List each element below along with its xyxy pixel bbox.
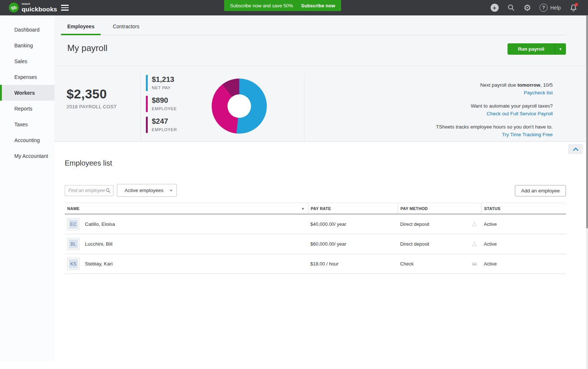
notice-link[interactable]: Check out Full Service Payroll [436,110,553,117]
notice-link[interactable]: Paycheck list [436,89,553,97]
scrollbar-thumb[interactable] [586,15,588,228]
column-header-name[interactable]: NAME ▲ [65,203,308,214]
help-button[interactable]: ? Help [539,4,561,12]
chevron-up-icon [573,148,578,151]
payroll-total: $2,350 2018 PAYROLL COST [67,87,117,109]
quickbooks-wordmark: quickbooks [22,6,57,12]
employee-name[interactable]: Catillo, Eloisa [85,221,115,227]
page-title: My payroll [67,43,107,53]
avatar: KS [67,258,79,270]
notice: TSheets tracks employee hours so you don… [436,123,553,138]
employee-name[interactable]: Steblay, Kari [85,261,113,267]
avatar: BL [67,238,79,250]
employees-list-title: Employees list [65,159,112,167]
sidebar-item-dashboard[interactable]: Dashboard [0,22,54,37]
create-plus-icon[interactable]: + [491,4,499,12]
sidebar-item-expenses[interactable]: Expenses [0,69,54,85]
main-content: EmployeesContractors My payroll Run payr… [54,15,588,369]
sidebar-nav: DashboardBankingSalesExpensesWorkersRepo… [0,15,54,362]
direct-deposit-icon [472,221,477,227]
help-question-icon: ? [539,4,548,12]
notifications-bell-icon[interactable] [569,4,578,12]
subscribe-now-button[interactable]: Subscribe now [301,3,335,8]
column-header-pay-rate[interactable]: PAY RATE [308,203,398,214]
page-header: My payroll Run payroll ▼ [54,35,588,65]
table-body: EC Catillo, Eloisa $40,000.00/ year Dire… [65,214,566,274]
donut-hole [227,94,251,118]
chevron-down-icon: ▾ [170,188,172,192]
table-header: NAME ▲ PAY RATE PAY METHOD STATUS [65,203,566,214]
summary-divider-right [304,76,304,141]
summary-divider-left [140,74,141,140]
notification-dot [575,3,578,6]
run-payroll-button[interactable]: Run payroll ▼ [508,43,566,55]
notice-link[interactable]: Try Time Tracking Free [436,131,553,138]
pay-method: Direct deposit [398,241,481,247]
sidebar-item-banking[interactable]: Banking [0,37,54,53]
add-employee-button[interactable]: Add an employee [515,185,566,196]
pay-rate: $60,000.00/ year [308,241,398,247]
notice: Want to automate your payroll taxes? Che… [436,102,553,117]
subscribe-banner-text: Subscribe now and save 50% [230,3,293,8]
sidebar-item-sales[interactable]: Sales [0,53,54,69]
status-value: Active [481,241,566,247]
column-header-status[interactable]: STATUS [481,203,566,214]
status-value: Active [481,221,566,227]
payroll-total-amount: $2,350 [67,87,117,101]
quickbooks-logo[interactable]: qb intuit quickbooks [9,3,57,12]
legend-item: $1,213 NET PAY [146,75,177,91]
employee-filter-dropdown[interactable]: Active employees ▾ [117,184,177,197]
collapse-panel-button[interactable] [568,144,583,154]
pay-method: Direct deposit [398,221,481,227]
payroll-summary: $2,350 2018 PAYROLL COST $1,213 NET PAY … [54,66,588,141]
sidebar-item-workers[interactable]: Workers [0,85,54,101]
payroll-total-label: 2018 PAYROLL COST [67,104,117,109]
tab-employees[interactable]: Employees [61,23,101,35]
sort-asc-icon[interactable]: ▲ [301,207,304,210]
payroll-donut-chart [212,79,267,134]
pay-rate: $40,000.00/ year [308,221,398,227]
run-payroll-dropdown-icon[interactable]: ▼ [555,43,566,55]
avatar: EC [67,218,79,230]
sidebar-item-my-accountant[interactable]: My Accountant [0,148,54,164]
employee-search [65,185,114,196]
topbar: qb intuit quickbooks Subscribe now and s… [0,0,588,15]
direct-deposit-icon [472,241,477,247]
employee-search-input[interactable] [65,188,105,193]
notice: Next payroll due tomorrow, 10/5 Paycheck… [436,81,553,97]
tab-contractors[interactable]: Contractors [107,23,146,35]
gear-icon[interactable]: ⚙ [524,4,531,12]
legend-item: $247 EMPLOYER [146,117,177,133]
payroll-legend: $1,213 NET PAY $890 EMPLOYEE $247 EMPLOY… [146,75,177,138]
status-value: Active [481,261,566,267]
search-icon [105,188,111,193]
pay-method: Check [398,261,481,267]
employee-name[interactable]: Lucchini, Bill [85,241,112,247]
intuit-wordmark: intuit [22,3,57,6]
table-row[interactable]: EC Catillo, Eloisa $40,000.00/ year Dire… [65,214,566,234]
payroll-notices: Next payroll due tomorrow, 10/5 Paycheck… [436,81,553,144]
table-row[interactable]: KS Steblay, Kari $18.00 / hour Check Act… [65,254,566,274]
table-row[interactable]: BL Lucchini, Bill $60,000.00/ year Direc… [65,234,566,254]
sidebar-item-accounting[interactable]: Accounting [0,132,54,148]
check-icon [472,261,477,267]
pay-rate: $18.00 / hour [308,261,398,267]
qb-logo-icon: qb [9,3,19,12]
search-icon[interactable] [507,4,515,12]
legend-item: $890 EMPLOYEE [146,96,177,112]
employees-list-section: Employees list Active employees ▾ Add an… [54,141,588,369]
sidebar-item-reports[interactable]: Reports [0,101,54,116]
employees-table: NAME ▲ PAY RATE PAY METHOD STATUS EC Cat… [65,203,566,274]
hamburger-menu-icon[interactable] [61,5,69,11]
column-header-pay-method[interactable]: PAY METHOD [398,203,481,214]
workers-tabs: EmployeesContractors [61,15,566,35]
sidebar-item-taxes[interactable]: Taxes [0,116,54,132]
subscribe-banner: Subscribe now and save 50% Subscribe now [224,0,341,11]
